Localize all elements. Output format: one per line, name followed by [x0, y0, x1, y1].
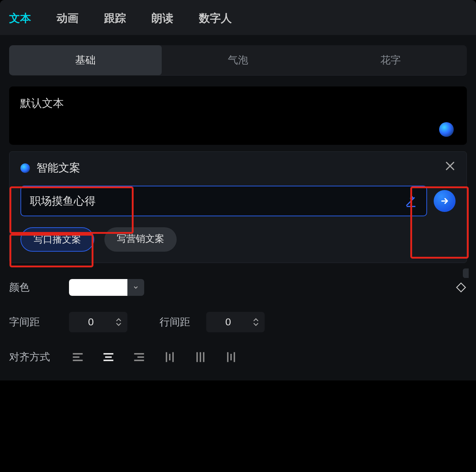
line-spacing-label: 行间距 — [160, 315, 190, 329]
smart-copy-popup: 智能文案 写口播文案 写营销文案 — [9, 151, 467, 263]
sub-tab-bar: 基础 气泡 花字 — [9, 45, 467, 76]
subtab-fancy[interactable]: 花字 — [314, 45, 467, 75]
tab-digital-human[interactable]: 数字人 — [199, 11, 232, 26]
line-spacing-value: 0 — [206, 312, 250, 332]
color-label: 颜色 — [9, 281, 64, 294]
align-right-button[interactable] — [130, 348, 148, 366]
letter-spacing-stepper[interactable]: 0 — [69, 312, 127, 332]
chevron-up-icon[interactable] — [116, 318, 122, 322]
smart-input[interactable] — [30, 195, 404, 207]
letter-spacing-value: 0 — [69, 312, 113, 332]
chevron-down-icon[interactable] — [253, 322, 259, 326]
align-left-button[interactable] — [69, 348, 87, 366]
color-dropdown-caret[interactable] — [127, 279, 144, 296]
ai-orb-icon[interactable] — [439, 122, 454, 137]
ai-orb-small-icon — [20, 163, 30, 173]
text-content-value: 默认文本 — [20, 96, 456, 111]
top-tab-bar: 文本 动画 跟踪 朗读 数字人 — [0, 0, 476, 35]
keyframe-diamond-icon[interactable] — [455, 282, 467, 293]
tab-text[interactable]: 文本 — [9, 11, 31, 26]
line-spacing-stepper[interactable]: 0 — [206, 312, 265, 332]
subtab-bubble[interactable]: 气泡 — [162, 45, 314, 75]
chevron-down-icon[interactable] — [116, 322, 122, 326]
alignment-label: 对齐方式 — [9, 350, 64, 364]
smart-input-wrapper[interactable] — [20, 186, 427, 216]
chevron-up-icon[interactable] — [253, 318, 259, 322]
text-panel: 基础 气泡 花字 默认文本 智能文案 — [0, 35, 476, 380]
color-picker[interactable] — [69, 279, 144, 296]
color-swatch — [69, 279, 127, 296]
tab-track[interactable]: 跟踪 — [104, 11, 126, 26]
align-vertical-center-button[interactable] — [192, 348, 209, 366]
pill-marketing-copy[interactable]: 写营销文案 — [104, 227, 177, 252]
letter-spacing-label: 字间距 — [9, 315, 64, 329]
smart-copy-title: 智能文案 — [37, 160, 80, 175]
magic-wand-icon[interactable] — [404, 194, 418, 208]
tab-animation[interactable]: 动画 — [57, 11, 78, 26]
subtab-basic[interactable]: 基础 — [9, 45, 162, 75]
close-button[interactable] — [444, 160, 456, 172]
send-button[interactable] — [434, 190, 456, 212]
tab-read[interactable]: 朗读 — [151, 11, 173, 26]
align-vertical-right-button[interactable] — [222, 348, 240, 366]
text-content-box[interactable]: 默认文本 — [9, 86, 467, 145]
align-center-button[interactable] — [100, 348, 117, 366]
pill-broadcast-copy[interactable]: 写口播文案 — [20, 227, 94, 252]
side-handle-icon[interactable] — [463, 268, 469, 278]
align-vertical-left-button[interactable] — [161, 348, 178, 366]
